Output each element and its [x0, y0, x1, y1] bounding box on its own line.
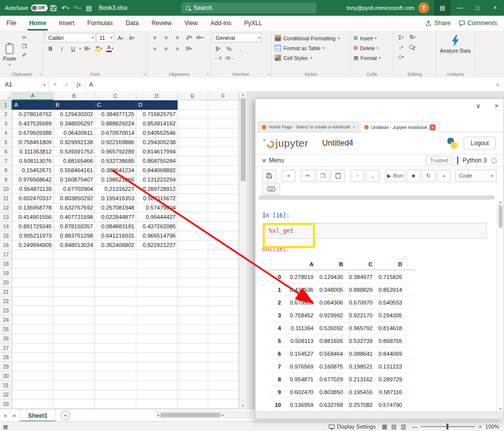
save-button[interactable] — [48, 0, 60, 16]
grid-cell[interactable] — [54, 287, 95, 297]
logout-button[interactable]: Logout — [464, 137, 496, 150]
notebook-title[interactable]: Untitled4 — [322, 139, 353, 148]
grid-cell[interactable] — [136, 297, 178, 306]
command-palette-button[interactable] — [262, 184, 280, 194]
grid-cell[interactable]: 0.06430611 — [54, 128, 95, 138]
row-header-24[interactable]: 24 — [0, 315, 12, 325]
grid-cell[interactable] — [136, 250, 178, 259]
interrupt-kernel-button[interactable]: ■ — [407, 170, 420, 182]
row-header-14[interactable]: 14 — [0, 222, 12, 231]
sheet-nav-right-icon[interactable]: ▸ — [10, 412, 20, 419]
grid-cell[interactable] — [178, 166, 208, 175]
grid-cell[interactable] — [12, 259, 54, 269]
grid-cell[interactable] — [54, 269, 95, 278]
grid-cell[interactable] — [178, 231, 208, 241]
grid-cell[interactable] — [95, 269, 136, 278]
notebook-horizontal-scrollbar[interactable] — [258, 195, 495, 200]
grid-cell[interactable] — [178, 194, 208, 203]
row-header-22[interactable]: 22 — [0, 297, 12, 306]
grid-cell[interactable] — [178, 138, 208, 147]
grid-cell[interactable] — [12, 325, 54, 334]
grid-cell[interactable] — [95, 259, 136, 269]
grid-cell[interactable] — [208, 334, 239, 343]
column-header-a[interactable]: A — [12, 92, 54, 100]
grid-cell[interactable] — [95, 315, 136, 325]
name-box[interactable]: A1▾ — [0, 78, 49, 92]
cancel-icon[interactable]: × — [49, 81, 61, 88]
column-header-b[interactable]: B — [54, 92, 95, 100]
grid-cell[interactable]: 0.587115672 — [136, 194, 178, 203]
grid-cell[interactable] — [54, 259, 95, 269]
grid-cell[interactable] — [178, 222, 208, 231]
grid-cell[interactable] — [178, 100, 208, 110]
restart-run-all-button[interactable]: » — [437, 170, 451, 182]
grid-cell[interactable] — [95, 325, 136, 334]
fill-button[interactable]: ↓▾ — [396, 43, 406, 51]
scroll-down-icon[interactable]: ▾ — [239, 403, 247, 408]
column-header-d[interactable]: D — [136, 92, 178, 100]
grid-cell[interactable] — [136, 400, 178, 409]
dialog-launcher-icon[interactable]: ↘ — [143, 72, 146, 76]
grid-cell[interactable] — [12, 334, 54, 343]
increase-decimal-button[interactable]: ←.0 — [213, 54, 223, 62]
font-color-button[interactable]: A▾ — [105, 44, 115, 53]
grid-cell[interactable]: 0.803850292 — [54, 194, 95, 203]
grid-cell[interactable]: 0.632767592 — [54, 203, 95, 213]
grid-cell[interactable] — [178, 110, 208, 119]
grid-cell[interactable] — [178, 297, 208, 306]
grid-cell[interactable] — [136, 343, 178, 353]
grid-cell[interactable] — [178, 325, 208, 334]
fill-color-button[interactable]: ▾ — [94, 44, 104, 53]
row-header-26[interactable]: 26 — [0, 334, 12, 343]
grid-cell[interactable]: 0.160875407 — [54, 175, 95, 185]
grid-cell[interactable] — [178, 362, 208, 371]
column-header-e[interactable]: E — [178, 92, 208, 100]
analyze-data-button[interactable]: Analyze Data — [436, 32, 474, 57]
merge-center-button[interactable]: ⊟▾ — [184, 44, 194, 53]
grid-cell[interactable] — [95, 306, 136, 315]
grid-cell[interactable] — [54, 381, 95, 390]
grid-cell[interactable] — [136, 278, 178, 287]
notebook-content[interactable]: In [16]: %xl_get Out[16]: ABCD00.2780190… — [255, 200, 497, 412]
window-collapse-icon[interactable]: ∨ — [476, 102, 481, 110]
grid-cell[interactable] — [208, 278, 239, 287]
row-header-6[interactable]: 6 — [0, 147, 12, 156]
grid-cell[interactable]: 0.278018762 — [12, 110, 54, 119]
row-header-30[interactable]: 30 — [0, 371, 12, 381]
wrap-text-button[interactable]: ab↩ — [195, 33, 205, 41]
column-header-c[interactable]: C — [95, 92, 136, 100]
grid-cell[interactable]: 0.853914162 — [136, 119, 178, 128]
grid-cell[interactable] — [136, 371, 178, 381]
close-button[interactable]: × — [486, 0, 504, 16]
grid-cell[interactable] — [208, 241, 239, 250]
grid-cell[interactable] — [12, 381, 54, 390]
row-header-13[interactable]: 13 — [0, 213, 12, 222]
scrollbar-thumb[interactable] — [160, 413, 220, 417]
grid-cell[interactable] — [208, 156, 239, 166]
grid-cell[interactable]: 0.965792289 — [95, 147, 136, 156]
redo-button[interactable]: ↷▾ — [71, 0, 83, 16]
share-button[interactable]: Share — [425, 20, 450, 27]
row-header-3[interactable]: 3 — [0, 119, 12, 128]
row-header-29[interactable]: 29 — [0, 362, 12, 371]
delete-button[interactable]: ⊠ Delete ▾ — [353, 44, 390, 52]
grid-cell[interactable]: 0.198521066 — [95, 175, 136, 185]
grid-cell[interactable]: 0.131223254 — [136, 175, 178, 185]
zoom-out-icon[interactable]: — — [412, 424, 417, 430]
grid-cell[interactable] — [178, 119, 208, 128]
grid-cell[interactable]: 0.878150357 — [54, 222, 95, 231]
grid-cell[interactable] — [208, 353, 239, 362]
grid-cell[interactable] — [12, 278, 54, 287]
grid-cell[interactable] — [95, 250, 136, 259]
grid-cell[interactable] — [208, 100, 239, 110]
grid-cell[interactable]: 0.348005297 — [54, 119, 95, 128]
align-right-button[interactable]: ≡ — [172, 44, 183, 53]
grid-cell[interactable] — [208, 175, 239, 185]
row-header-18[interactable]: 18 — [0, 259, 12, 269]
ribbon-tab-home[interactable]: Home — [23, 16, 53, 31]
grid-cell[interactable]: 0.922169886 — [95, 138, 136, 147]
row-header-10[interactable]: 10 — [0, 185, 12, 194]
grid-cell[interactable]: 0.084883191 — [95, 222, 136, 231]
row-header-2[interactable]: 2 — [0, 110, 12, 119]
grid-cell[interactable] — [12, 371, 54, 381]
